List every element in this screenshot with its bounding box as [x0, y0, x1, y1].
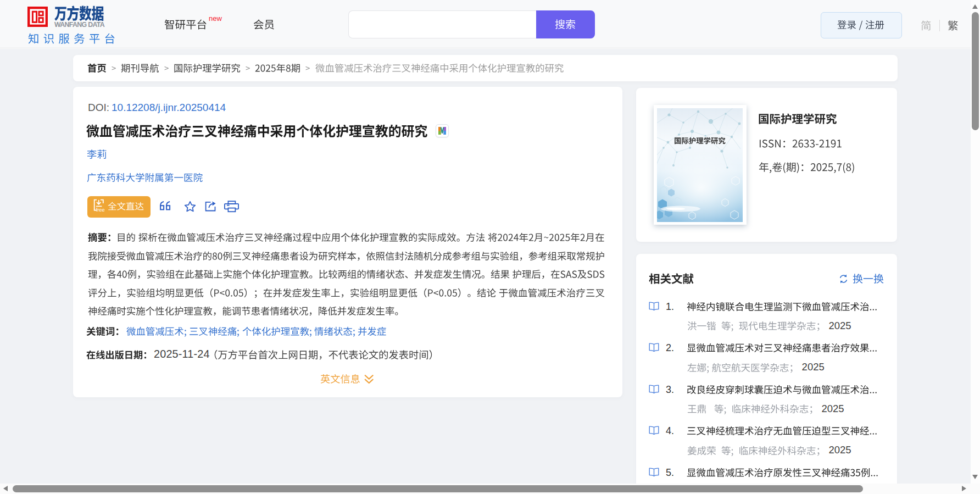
svg-text:free: free: [96, 207, 105, 213]
